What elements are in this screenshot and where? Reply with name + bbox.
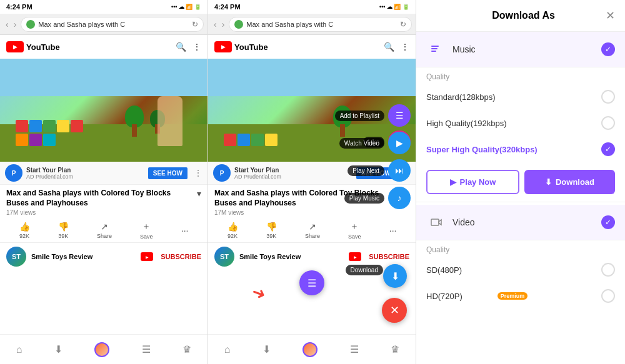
crown-nav-left[interactable]: ♛ <box>182 343 191 355</box>
main-fab-btn[interactable]: ☰ <box>299 270 324 295</box>
browser-tab-left[interactable]: Max and Sasha plays with C ↻ <box>21 17 204 32</box>
ad-more-left[interactable]: ⋮ <box>194 168 202 178</box>
avatar-nav-left[interactable] <box>94 342 109 357</box>
dislike-action-mid[interactable]: 👎 39K <box>266 222 277 239</box>
svg-rect-1 <box>431 48 438 49</box>
watch-video-fab: Watch Video ▶ <box>339 132 411 154</box>
like-action-mid[interactable]: 👍 92K <box>228 222 238 239</box>
close-download-panel-btn[interactable]: ✕ <box>606 9 615 22</box>
more-action-left[interactable]: ··· <box>181 225 189 235</box>
avatar-nav-mid[interactable] <box>302 342 318 357</box>
dislike-action-left[interactable]: 👎 39K <box>58 222 69 239</box>
search-icon-mid[interactable]: 🔍 <box>384 42 394 52</box>
play-next-btn[interactable]: ⏭ <box>388 159 411 182</box>
add-playlist-fab: Add to Playlist ☰ <box>335 104 411 127</box>
play-music-btn[interactable]: ♪ <box>388 187 411 209</box>
standard-quality-option[interactable]: Standard(128kbps) <box>416 84 625 110</box>
hd-quality-option[interactable]: HD(720P) Premium <box>416 283 625 309</box>
yt-logo-text-mid: YouTube <box>234 42 268 52</box>
yt-header-mid: YouTube 🔍 ⋮ <box>208 35 416 59</box>
home-nav-left[interactable]: ⌂ <box>16 344 22 355</box>
refresh-icon-mid[interactable]: ↻ <box>400 20 406 29</box>
toy-blocks <box>16 120 91 146</box>
download-nav-mid[interactable]: ⬇ <box>262 343 271 355</box>
subscribe-text-mid[interactable]: SUBSCRIBE <box>369 253 409 260</box>
download-nav-icon-mid: ⬇ <box>262 343 271 355</box>
play-now-button[interactable]: ▶ Play Now <box>426 170 519 194</box>
play-music-label: Play Music <box>344 193 384 204</box>
download-icon: ⬇ <box>545 177 552 187</box>
more-icon-left[interactable]: ⋮ <box>192 42 201 52</box>
video-views-mid: 17M views <box>214 209 409 216</box>
sd-quality-option[interactable]: SD(480P) <box>416 257 625 283</box>
subscribe-text-left[interactable]: SUBSCRIBE <box>161 253 201 260</box>
home-nav-mid[interactable]: ⌂ <box>224 344 231 355</box>
video-title-left: Max and Sasha plays with Colored Toy Blo… <box>6 189 194 208</box>
share-label-mid: Share <box>305 233 320 239</box>
download-button[interactable]: ⬇ Download <box>524 170 615 194</box>
yt-logo-mid: YouTube <box>214 41 268 52</box>
tab-title-left: Max and Sasha plays with C <box>38 21 189 28</box>
watch-video-btn[interactable]: ▶ <box>388 132 411 154</box>
crown-nav-mid[interactable]: ♛ <box>391 343 399 355</box>
close-fab-btn[interactable]: ✕ <box>382 298 407 323</box>
super-high-quality-label: Super High Quality(320kbps) <box>426 145 595 154</box>
channel-avatar-mid: ST <box>214 247 234 267</box>
share-label-left: Share <box>97 233 112 239</box>
thumbs-down-icon: 👎 <box>58 222 69 232</box>
yt-logo-icon-left <box>6 41 24 52</box>
sky-bg <box>0 59 208 96</box>
menu-icon: ☰ <box>308 277 316 289</box>
more-icon-mid[interactable]: ⋮ <box>401 42 409 52</box>
share-icon-mid: ↗ <box>309 222 316 232</box>
browser-nav-mid: ‹ › <box>212 18 226 31</box>
like-action-left[interactable]: 👍 92K <box>19 222 30 239</box>
back-arrow-mid[interactable]: ‹ <box>212 18 219 31</box>
share-action-mid[interactable]: ↗ Share <box>305 222 320 239</box>
premium-badge: Premium <box>498 292 528 300</box>
list-nav-mid[interactable]: ☰ <box>350 343 359 355</box>
high-quality-option[interactable]: High Quality(192kbps) <box>416 110 625 136</box>
video-option[interactable]: Video ✓ <box>416 205 625 240</box>
more-horiz-icon-mid: ··· <box>389 225 397 235</box>
super-high-quality-option[interactable]: Super High Quality(320kbps) ✓ <box>416 136 625 162</box>
dislikes-count-left: 39K <box>58 233 68 239</box>
refresh-icon-left[interactable]: ↻ <box>192 20 198 29</box>
status-bar-mid: 4:24 PM ••• ☁ 📶 🔋 <box>208 0 416 14</box>
more-action-mid[interactable]: ··· <box>389 225 397 235</box>
add-playlist-btn[interactable]: ☰ <box>388 104 411 127</box>
download-tooltip: Download <box>346 265 383 275</box>
yt-logo-icon-mid <box>214 41 232 52</box>
browser-bar-mid: ‹ › Max and Sasha plays with C ↻ <box>208 14 416 35</box>
video-thumbnail-left[interactable] <box>0 59 208 162</box>
video-info-left: Max and Sasha plays with Colored Toy Blo… <box>0 185 208 219</box>
save-action-mid[interactable]: ＋ Save <box>348 221 361 240</box>
save-action-left[interactable]: ＋ Save <box>140 221 153 240</box>
list-nav-left[interactable]: ☰ <box>142 343 151 355</box>
download-fab-btn[interactable]: ⬇ <box>383 264 407 288</box>
tree-right <box>125 106 144 137</box>
browser-tab-mid[interactable]: Max and Sasha plays with C ↻ <box>229 17 412 32</box>
action-buttons-row: ▶ Play Now ⬇ Download <box>426 170 615 194</box>
back-arrow[interactable]: ‹ <box>4 18 11 31</box>
section-divider <box>416 202 625 202</box>
yt-header-icons-left: 🔍 ⋮ <box>176 42 201 52</box>
action-bar-mid: 👍 92K 👎 39K ↗ Share ＋ Save ··· <box>208 219 416 243</box>
thumbs-up-icon: 👍 <box>19 222 30 232</box>
list-icon-mid: ☰ <box>350 343 359 355</box>
yt-logo-text-left: YouTube <box>26 42 60 52</box>
download-as-header: Download As ✕ <box>416 0 625 32</box>
forward-arrow-mid[interactable]: › <box>220 18 227 31</box>
music-option[interactable]: Music ✓ <box>416 32 625 67</box>
red-arrow-indicator: ➜ <box>249 282 268 305</box>
search-icon-left[interactable]: 🔍 <box>176 42 186 52</box>
forward-arrow[interactable]: › <box>12 18 19 31</box>
likes-count-mid: 92K <box>228 233 238 239</box>
see-how-btn-left[interactable]: SEE HOW <box>148 167 188 179</box>
sd-quality-label: SD(480P) <box>426 265 595 275</box>
download-nav-left[interactable]: ⬇ <box>54 343 62 355</box>
share-action-left[interactable]: ↗ Share <box>97 222 112 239</box>
svg-rect-2 <box>431 51 436 52</box>
tab-title-mid: Max and Sasha plays with C <box>246 21 397 28</box>
chevron-icon-left[interactable]: ▾ <box>197 189 201 199</box>
